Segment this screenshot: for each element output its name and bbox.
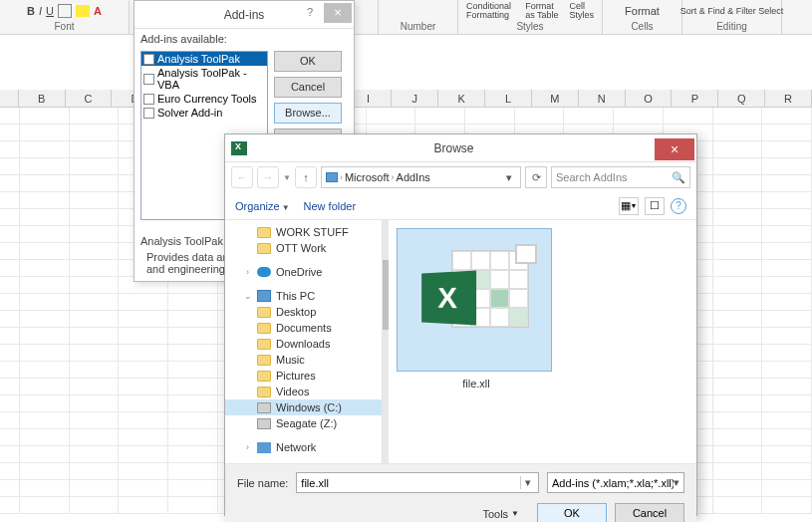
expand-icon[interactable]: ›	[243, 267, 252, 277]
filename-input[interactable]: file.xll ▾	[296, 472, 539, 493]
font-color-button[interactable]: A	[94, 5, 102, 17]
col-header[interactable]: M	[532, 90, 579, 107]
col-header[interactable]: Q	[718, 90, 765, 107]
preview-button[interactable]: ☐	[645, 197, 665, 215]
file-list[interactable]: X file.xll	[389, 220, 696, 463]
drive-icon	[257, 402, 271, 413]
back-button[interactable]: ←	[231, 166, 253, 188]
organize-button[interactable]: Organize▼	[235, 200, 290, 212]
col-header[interactable]: K	[438, 90, 485, 107]
tree-item[interactable]: Documents	[225, 320, 382, 336]
col-header[interactable]: C	[66, 90, 113, 107]
chevron-down-icon[interactable]: ▾	[520, 476, 534, 489]
search-input[interactable]: Search AddIns 🔍	[551, 166, 690, 188]
chevron-down-icon[interactable]: ▾	[674, 476, 679, 489]
tree-item[interactable]: Desktop	[225, 304, 382, 320]
network-icon	[257, 442, 271, 453]
ribbon-group-styles: Conditional Formatting Format as Table C…	[458, 0, 603, 34]
breadcrumb-part[interactable]: AddIns	[397, 171, 430, 183]
refresh-button[interactable]: ⟳	[525, 166, 547, 188]
file-thumbnail[interactable]: X	[397, 228, 552, 372]
col-header[interactable]: L	[485, 90, 532, 107]
addin-item[interactable]: Analysis ToolPak - VBA	[141, 66, 267, 92]
col-header[interactable]: B	[19, 90, 66, 107]
col-header[interactable]: P	[672, 90, 718, 107]
filename-label: File name:	[237, 477, 288, 489]
file-item[interactable]: X file.xll	[397, 228, 556, 390]
tree-item-windows-c[interactable]: Windows (C:)	[225, 399, 382, 415]
addins-titlebar[interactable]: Add-ins ? ×	[135, 1, 354, 29]
browse-button[interactable]: Browse...	[274, 103, 342, 124]
tree-item[interactable]: WORK STUFF	[225, 224, 382, 240]
breadcrumb[interactable]: › Microsoft › AddIns ▾	[321, 166, 521, 188]
up-button[interactable]: ↑	[295, 166, 317, 188]
tree-item-thispc[interactable]: ⌄This PC	[225, 288, 382, 304]
border-button[interactable]	[58, 4, 72, 18]
tree-item-network[interactable]: ›Network	[225, 439, 382, 455]
cancel-button[interactable]: Cancel	[615, 503, 684, 522]
folder-tree[interactable]: WORK STUFF OTT Work ›OneDrive ⌄This PC D…	[225, 220, 383, 463]
folder-icon	[257, 227, 271, 238]
chevron-down-icon: ▼	[511, 509, 519, 518]
tools-button[interactable]: Tools▼	[482, 508, 519, 520]
format-button[interactable]: Format	[625, 5, 660, 17]
folder-icon	[257, 307, 271, 318]
sort-find-button[interactable]: Sort & Find & Filter Select	[680, 6, 784, 16]
collapse-icon[interactable]: ⌄	[243, 291, 252, 301]
col-header[interactable]: N	[579, 90, 626, 107]
checkbox-icon[interactable]	[143, 94, 154, 105]
cancel-button[interactable]: Cancel	[274, 77, 342, 98]
folder-icon	[257, 355, 271, 366]
col-header[interactable]: J	[392, 90, 438, 107]
ribbon-label-font: Font	[54, 21, 74, 34]
checkbox-icon[interactable]	[143, 54, 154, 65]
ribbon-group-font: B I U A Font	[0, 0, 130, 34]
chevron-down-icon[interactable]: ▾	[502, 171, 516, 184]
expand-icon[interactable]: ›	[243, 442, 252, 452]
view-button[interactable]: ▦▼	[619, 197, 639, 215]
browse-titlebar[interactable]: Browse ×	[225, 134, 696, 162]
format-table-button[interactable]: Format as Table	[525, 2, 561, 20]
tree-item-onedrive[interactable]: ›OneDrive	[225, 264, 382, 280]
addins-available-label: Add-ins available:	[140, 33, 348, 45]
col-header[interactable]: R	[765, 90, 812, 107]
column-headers: B C D I J K L M N O P Q R	[0, 90, 812, 108]
help-button[interactable]: ?	[671, 198, 686, 214]
ok-button[interactable]: OK	[537, 503, 607, 522]
tree-item[interactable]: Seagate (Z:)	[225, 415, 382, 431]
chevron-right-icon: ›	[392, 172, 395, 182]
underline-button[interactable]: U	[46, 5, 54, 17]
forward-button[interactable]: →	[257, 166, 279, 188]
close-button[interactable]: ×	[324, 3, 352, 23]
help-button[interactable]: ?	[298, 1, 322, 23]
browse-dialog: Browse × ← → ▼ ↑ › Microsoft › AddIns ▾ …	[224, 133, 697, 516]
tree-item[interactable]: Music	[225, 352, 382, 368]
addin-item[interactable]: Solver Add-in	[141, 106, 267, 120]
checkbox-icon[interactable]	[143, 74, 154, 85]
browse-toolbar: Organize▼ New folder ▦▼ ☐ ?	[225, 192, 696, 220]
tree-item[interactable]: Videos	[225, 384, 382, 399]
col-header[interactable]: O	[626, 90, 673, 107]
breadcrumb-part[interactable]: Microsoft	[345, 171, 390, 183]
new-folder-button[interactable]: New folder	[304, 200, 357, 212]
folder-icon	[257, 387, 271, 397]
ok-button[interactable]: OK	[274, 51, 342, 72]
browse-nav: ← → ▼ ↑ › Microsoft › AddIns ▾ ⟳ Search …	[225, 162, 696, 192]
checkbox-icon[interactable]	[143, 108, 154, 119]
excel-icon	[231, 141, 247, 155]
tree-item[interactable]: OTT Work	[225, 240, 382, 256]
addin-item[interactable]: Euro Currency Tools	[141, 92, 267, 106]
tree-item[interactable]: Downloads	[225, 336, 382, 352]
italic-button[interactable]: I	[39, 5, 42, 17]
fill-color-button[interactable]	[76, 5, 90, 17]
filetype-select[interactable]: Add-ins (*.xlam;*.xla;*.xll) ▾	[547, 472, 684, 493]
close-button[interactable]: ×	[655, 138, 694, 160]
folder-icon	[257, 339, 271, 350]
addin-item[interactable]: Analysis ToolPak	[141, 52, 267, 66]
conditional-formatting-button[interactable]: Conditional Formatting	[466, 2, 517, 20]
recent-dropdown-icon[interactable]: ▼	[283, 173, 291, 182]
tree-item[interactable]: Pictures	[225, 368, 382, 384]
bold-button[interactable]: B	[27, 5, 35, 17]
onedrive-icon	[257, 267, 271, 277]
cell-styles-button[interactable]: Cell Styles	[570, 2, 595, 20]
